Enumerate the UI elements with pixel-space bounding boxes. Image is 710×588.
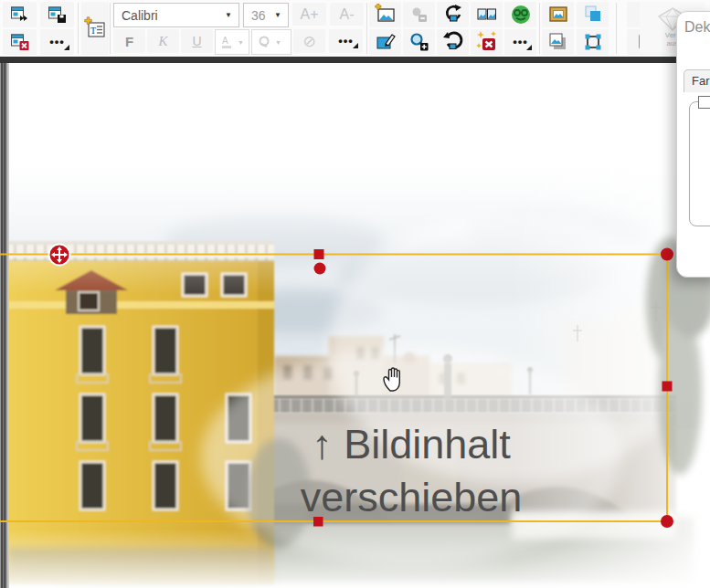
more-corner-icon bbox=[526, 45, 532, 50]
font-color-dropdown[interactable]: A ▼ bbox=[215, 29, 249, 55]
font-name-select[interactable]: Calibri ▼ bbox=[113, 3, 239, 27]
delete-doc-icon bbox=[10, 32, 30, 52]
swap-images-icon bbox=[476, 4, 498, 26]
move-handle-icon[interactable] bbox=[49, 245, 70, 266]
undo-icon bbox=[442, 31, 464, 53]
save-doc-button[interactable] bbox=[40, 2, 74, 27]
chevron-down-icon: ▼ bbox=[234, 39, 248, 46]
edit-image-button[interactable] bbox=[369, 29, 401, 55]
svg-text:T: T bbox=[90, 26, 96, 36]
deko-panel: Deko Farb bbox=[676, 11, 710, 278]
move-image-hint: ↑ Bildinhalt verschieben bbox=[247, 418, 576, 524]
add-textframe-icon: T bbox=[83, 16, 107, 40]
remove-effects-button[interactable] bbox=[471, 29, 503, 55]
undo-button[interactable] bbox=[437, 29, 469, 55]
add-image-icon bbox=[375, 4, 397, 26]
hint-line1: ↑ Bildinhalt bbox=[247, 418, 576, 471]
separator bbox=[110, 3, 111, 54]
more-image-button[interactable]: ••• bbox=[504, 29, 536, 55]
hint-line2: verschieben bbox=[247, 471, 576, 524]
underline-label: U bbox=[192, 34, 201, 48]
bold-label: F bbox=[125, 34, 133, 49]
font-size-select[interactable]: 36 ▼ bbox=[243, 3, 289, 27]
remove-disabled-button bbox=[403, 2, 435, 27]
more-documents-button[interactable]: ••• bbox=[40, 29, 74, 55]
shadow-icon bbox=[547, 31, 569, 53]
italic-label: K bbox=[158, 34, 167, 49]
chevron-down-icon: ▼ bbox=[218, 11, 238, 19]
delete-doc-button[interactable] bbox=[3, 29, 37, 55]
rotate-icon bbox=[442, 4, 464, 26]
handle-top-middle[interactable] bbox=[314, 249, 324, 259]
more-corner-icon bbox=[353, 43, 358, 48]
canvas-left-edge bbox=[0, 63, 9, 588]
panel-checkbox[interactable] bbox=[698, 96, 710, 109]
font-name-value: Calibri bbox=[114, 8, 218, 23]
panel-title: Deko bbox=[684, 19, 710, 36]
rotate-button[interactable] bbox=[437, 2, 469, 27]
clear-format-button[interactable]: ⊘ bbox=[293, 29, 325, 53]
toolbar: ••• T Calibri ▼ 36 ▼ A+ A- F K U bbox=[0, 0, 710, 57]
add-image-button[interactable] bbox=[369, 2, 401, 27]
smiley-icon bbox=[510, 4, 532, 26]
more-icon: ••• bbox=[338, 37, 354, 46]
transparency-icon bbox=[582, 4, 604, 26]
italic-button[interactable]: K bbox=[147, 29, 179, 53]
font-decrease-button[interactable]: A- bbox=[330, 3, 364, 26]
separator bbox=[616, 3, 617, 54]
frame-icon bbox=[547, 4, 569, 26]
more-icon: ••• bbox=[49, 37, 65, 47]
handle-rotate[interactable] bbox=[314, 263, 326, 275]
font-color-icon: A bbox=[219, 35, 234, 49]
underline-button[interactable]: U bbox=[181, 29, 213, 53]
save-doc-icon bbox=[48, 5, 68, 25]
shadow-button[interactable] bbox=[542, 29, 574, 55]
chevron-down-icon: ▼ bbox=[271, 39, 285, 46]
zoom-add-icon bbox=[408, 31, 430, 53]
border-select-button[interactable] bbox=[577, 29, 609, 55]
zoom-add-button[interactable] bbox=[403, 29, 435, 55]
transparency-button[interactable] bbox=[577, 2, 609, 27]
remove-effects-icon bbox=[476, 31, 498, 53]
border-select-icon bbox=[582, 31, 604, 53]
chevron-down-icon: ▼ bbox=[268, 11, 288, 19]
handle-right-middle[interactable] bbox=[662, 382, 673, 392]
handle-bottom-right[interactable] bbox=[661, 515, 673, 528]
handle-top-right[interactable] bbox=[661, 248, 673, 261]
panel-groupbox bbox=[689, 101, 710, 226]
swap-images-button[interactable] bbox=[471, 2, 503, 27]
tab-farben[interactable]: Farb bbox=[684, 69, 710, 92]
font-increase-label: A+ bbox=[300, 6, 318, 23]
more-text-button[interactable]: ••• bbox=[329, 29, 363, 53]
svg-text:A: A bbox=[222, 36, 228, 46]
fill-color-dropdown[interactable]: ▼ bbox=[251, 29, 291, 55]
bold-button[interactable]: F bbox=[113, 29, 145, 53]
smiley-button[interactable] bbox=[504, 2, 536, 27]
separator bbox=[366, 3, 367, 54]
separator bbox=[78, 3, 79, 54]
apply-doc-button[interactable] bbox=[3, 2, 37, 27]
font-decrease-label: A- bbox=[340, 6, 355, 23]
font-size-value: 36 bbox=[244, 8, 268, 23]
fill-color-icon bbox=[257, 35, 271, 49]
font-increase-button[interactable]: A+ bbox=[292, 3, 326, 26]
toolbar-bottom-bar bbox=[0, 57, 710, 63]
apply-doc-icon bbox=[10, 5, 30, 25]
add-textframe-button[interactable]: T bbox=[81, 2, 109, 55]
edit-image-icon bbox=[375, 31, 397, 53]
remove-disabled-icon bbox=[409, 5, 429, 25]
more-corner-icon bbox=[64, 45, 69, 50]
clear-format-icon: ⊘ bbox=[302, 32, 315, 51]
frame-button[interactable] bbox=[542, 2, 574, 27]
separator bbox=[539, 3, 540, 54]
